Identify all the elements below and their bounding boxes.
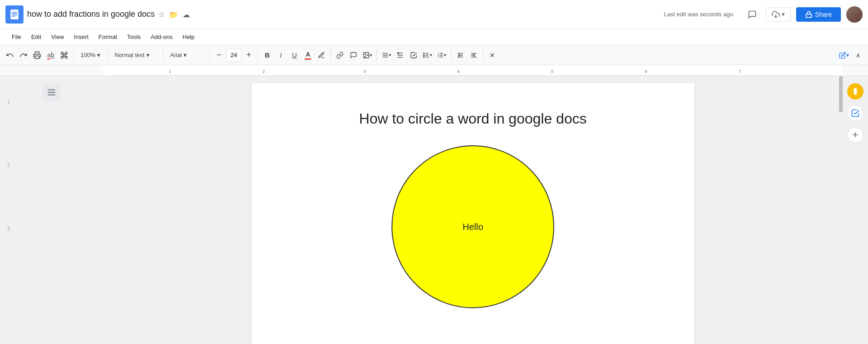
scrollbar-thumb[interactable] [839, 76, 843, 112]
left-sidebar: 1 2 3 [0, 76, 103, 344]
style-select[interactable]: Normal text ▾ [110, 48, 160, 62]
link-button[interactable] [334, 48, 346, 62]
numbered-list-button[interactable]: 1.2.3. ▾ [435, 48, 448, 62]
user-avatar[interactable] [846, 6, 863, 23]
ruler: 1 2 3 4 5 6 7 [103, 65, 843, 76]
right-sidebar: + [843, 76, 868, 344]
editing-mode-button[interactable]: ▾ [837, 48, 851, 62]
indent-less-button[interactable] [454, 48, 467, 62]
svg-text:4: 4 [458, 69, 460, 74]
scrollbar-track[interactable] [839, 76, 843, 344]
circle-container: Hello [288, 145, 658, 308]
indent-more-button[interactable] [467, 48, 480, 62]
divider-2 [107, 50, 108, 61]
print-button[interactable] [31, 48, 43, 62]
redo-button[interactable] [17, 48, 30, 62]
menu-edit[interactable]: Edit [27, 32, 46, 42]
bold-button[interactable]: B [261, 48, 274, 62]
svg-text:6: 6 [645, 69, 647, 74]
svg-rect-7 [806, 14, 811, 17]
font-size-input[interactable] [226, 49, 241, 62]
font-size-control: − + [212, 48, 255, 62]
star-icon[interactable]: ☆ [158, 10, 165, 19]
menu-bar: File Edit View Insert Format Tools Add-o… [0, 29, 868, 45]
align-button[interactable]: ▾ [380, 48, 393, 62]
font-label: Arial [170, 52, 182, 58]
insert-image-button[interactable]: ▾ [361, 48, 374, 62]
top-bar: how to add fractions in google docs ☆ 📁 … [0, 0, 868, 29]
divider-9 [483, 50, 483, 61]
divider-6 [330, 50, 331, 61]
divider-8 [451, 50, 451, 61]
main-area: 1 2 3 How to circle a word in google doc… [0, 76, 868, 344]
document-title[interactable]: How to circle a word in google docs [288, 110, 658, 127]
clear-format-button[interactable]: ✕ [486, 48, 499, 62]
toolbar: ab̲ 100% ▾ Normal text ▾ Arial ▾ − + B I… [0, 45, 868, 65]
divider-5 [258, 50, 258, 61]
menu-insert[interactable]: Insert [69, 32, 93, 42]
last-edit-status: Last edit was seconds ago [664, 11, 733, 18]
menu-addons[interactable]: Add-ons [146, 32, 177, 42]
collapse-toolbar-button[interactable]: ∧ [852, 48, 864, 62]
font-select[interactable]: Arial ▾ [166, 48, 207, 62]
svg-text:5: 5 [551, 69, 553, 74]
share-label: Share [815, 11, 832, 18]
menu-help[interactable]: Help [178, 32, 199, 42]
yellow-circle[interactable]: Hello [392, 145, 554, 308]
title-icons: ☆ 📁 ☁ [158, 10, 190, 19]
svg-rect-8 [35, 56, 39, 58]
keep-button[interactable] [847, 83, 863, 100]
move-to-drive-button[interactable]: ▾ [766, 7, 791, 22]
svg-point-21 [424, 55, 425, 56]
style-label: Normal text [114, 52, 144, 58]
font-size-increase[interactable]: + [242, 48, 255, 62]
ruler-ticks: 1 2 3 4 5 6 7 [103, 65, 843, 76]
doc-title[interactable]: how to add fractions in google docs [27, 10, 155, 19]
comments-button[interactable] [744, 6, 760, 23]
ruler-row: 1 2 3 4 5 6 7 [0, 65, 868, 76]
svg-text:3: 3 [363, 69, 366, 74]
svg-text:3.: 3. [438, 56, 439, 58]
zoom-select[interactable]: 100% ▾ [76, 48, 104, 62]
svg-text:1: 1 [169, 69, 171, 74]
svg-point-22 [424, 57, 425, 57]
line-spacing-button[interactable] [394, 48, 406, 62]
header-right: ▾ Share [744, 6, 863, 23]
ruler-right-spacer [843, 65, 868, 76]
menu-view[interactable]: View [47, 32, 68, 42]
circle-text: Hello [462, 222, 483, 232]
menu-format[interactable]: Format [94, 32, 122, 42]
line-number-3: 3 [7, 226, 10, 231]
bullets-button[interactable]: ▾ [421, 48, 434, 62]
underline-button[interactable]: U [288, 48, 301, 62]
folder-icon[interactable]: 📁 [169, 10, 178, 19]
tasks-button[interactable] [847, 105, 863, 121]
font-size-decrease[interactable]: − [212, 48, 225, 62]
checklist-button[interactable] [407, 48, 420, 62]
add-apps-button[interactable]: + [847, 127, 863, 143]
divider-4 [209, 50, 210, 61]
doc-page: How to circle a word in google docs Hell… [251, 83, 694, 344]
divider-3 [163, 50, 163, 61]
cloud-icon[interactable]: ☁ [183, 10, 190, 19]
svg-point-20 [424, 53, 425, 54]
menu-file[interactable]: File [7, 32, 26, 42]
paint-format-button[interactable] [58, 48, 71, 62]
app-icon[interactable] [5, 5, 24, 24]
text-color-button[interactable]: A [302, 48, 314, 62]
doc-title-area: how to add fractions in google docs ☆ 📁 … [27, 10, 651, 19]
svg-point-10 [365, 53, 366, 54]
outline-button[interactable] [42, 83, 61, 101]
doc-area[interactable]: How to circle a word in google docs Hell… [103, 76, 843, 344]
line-number-2: 2 [7, 163, 10, 168]
divider-1 [73, 50, 74, 61]
highlight-button[interactable] [315, 48, 328, 62]
menu-tools[interactable]: Tools [123, 32, 145, 42]
divider-7 [377, 50, 377, 61]
insert-comment-button[interactable] [347, 48, 360, 62]
spellcheck-button[interactable]: ab̲ [44, 48, 57, 62]
svg-rect-0 [10, 10, 19, 19]
italic-button[interactable]: I [274, 48, 287, 62]
undo-button[interactable] [4, 48, 16, 62]
share-button[interactable]: Share [796, 7, 841, 22]
